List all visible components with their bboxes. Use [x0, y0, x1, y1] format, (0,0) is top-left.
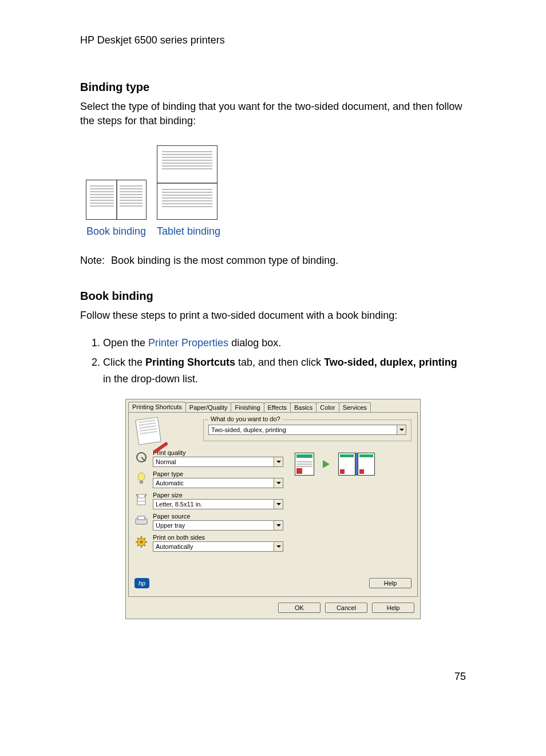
dialog-tabs: Printing Shortcuts Paper/Quality Finishi…: [126, 399, 420, 412]
chevron-down-icon: [274, 521, 283, 530]
tab-services[interactable]: Services: [339, 402, 371, 412]
printer-properties-dialog: Printing Shortcuts Paper/Quality Finishi…: [125, 399, 421, 619]
task-dropdown[interactable]: Two-sided, duplex, printing: [208, 425, 406, 435]
tab-basics[interactable]: Basics: [290, 402, 316, 412]
tab-printing-shortcuts[interactable]: Printing Shortcuts: [128, 402, 186, 412]
svg-point-7: [140, 540, 143, 543]
step2-mid: tab, and then click: [235, 357, 324, 368]
duplex-value: Automatically: [153, 543, 274, 550]
svg-rect-5: [138, 516, 145, 520]
svg-rect-3: [137, 494, 145, 505]
step2-pre: Click the: [103, 357, 145, 368]
page-number: 75: [80, 671, 466, 683]
duplex-dropdown[interactable]: Automatically: [153, 541, 283, 552]
chevron-down-icon: [274, 500, 283, 509]
book-binding-label[interactable]: Book binding: [86, 225, 147, 238]
duplex-label: Print on both sides: [153, 534, 283, 541]
note-text: Book binding is the most common type of …: [111, 255, 338, 266]
ok-button[interactable]: OK: [278, 603, 321, 613]
tab-panel-printing-shortcuts: What do you want to do? Two-sided, duple…: [128, 412, 418, 597]
chevron-down-icon: [274, 542, 283, 551]
tray-icon: [134, 513, 148, 529]
arrow-right-icon: [323, 460, 330, 468]
printer-properties-link[interactable]: Printer Properties: [148, 337, 228, 349]
print-quality-icon: [134, 449, 148, 465]
gear-icon: [134, 534, 148, 550]
help-button[interactable]: Help: [372, 603, 414, 613]
tab-finishing[interactable]: Finishing: [231, 402, 264, 412]
step2-bold-2: Two-sided, duplex, printing: [324, 357, 457, 368]
print-quality-label: Print quality: [153, 449, 283, 456]
step1-pre: Open the: [103, 337, 148, 349]
binding-options-row: Book binding Tablet binding: [86, 145, 466, 238]
preview-book-icon: [338, 453, 375, 476]
paper-size-label: Paper size: [153, 492, 283, 498]
tab-effects[interactable]: Effects: [264, 402, 291, 412]
chevron-down-icon: [274, 457, 283, 466]
section-title-binding-type: Binding type: [80, 81, 466, 94]
what-do-you-want-fieldset: What do you want to do? Two-sided, duple…: [203, 419, 412, 441]
paper-type-value: Automatic: [153, 480, 274, 486]
paper-type-dropdown[interactable]: Automatic: [153, 478, 283, 488]
cancel-button[interactable]: Cancel: [325, 603, 367, 613]
book-binding-intro: Follow these steps to print a two-sided …: [80, 308, 466, 323]
steps-list: Open the Printer Properties dialog box. …: [80, 335, 466, 387]
lightbulb-icon: [134, 470, 148, 486]
print-quality-dropdown[interactable]: Normal: [153, 457, 283, 467]
chevron-down-icon: [397, 425, 406, 434]
paper-size-value: Letter, 8.5x11 in.: [153, 501, 274, 508]
dialog-button-row: OK Cancel Help: [126, 597, 420, 619]
tab-color[interactable]: Color: [316, 402, 339, 412]
preview-front-page-icon: [295, 453, 314, 476]
paper-size-icon: [134, 492, 148, 508]
note-label: Note:: [80, 255, 105, 266]
doc-header: HP Deskjet 6500 series printers: [80, 34, 466, 46]
step1-post: dialog box.: [228, 337, 281, 349]
book-binding-thumbnail: [86, 180, 147, 220]
tablet-binding-label[interactable]: Tablet binding: [157, 225, 220, 238]
paper-source-label: Paper source: [153, 513, 283, 520]
task-dropdown-value: Two-sided, duplex, printing: [209, 426, 397, 433]
tab-paper-quality[interactable]: Paper/Quality: [185, 402, 232, 412]
inner-help-button[interactable]: Help: [369, 578, 412, 588]
preview-area: [295, 449, 412, 555]
step2-post: in the drop-down list.: [103, 373, 198, 385]
section-title-book-binding: Book binding: [80, 290, 466, 303]
tablet-binding-thumbnail: [157, 145, 217, 220]
paper-size-dropdown[interactable]: Letter, 8.5x11 in.: [153, 499, 283, 509]
svg-point-1: [138, 473, 145, 481]
note-row: Note: Book binding is the most common ty…: [80, 255, 466, 267]
step2-bold-1: Printing Shortcuts: [145, 357, 235, 368]
paper-source-value: Upper tray: [153, 522, 274, 529]
paper-source-dropdown[interactable]: Upper tray: [153, 520, 283, 531]
step-1: Open the Printer Properties dialog box.: [103, 335, 466, 351]
hp-logo-icon: hp: [134, 578, 149, 588]
svg-rect-2: [140, 481, 143, 484]
step-2: Click the Printing Shortcuts tab, and th…: [103, 354, 466, 387]
chevron-down-icon: [274, 478, 283, 488]
shortcut-icon: [137, 418, 167, 448]
binding-type-intro: Select the type of binding that you want…: [80, 100, 466, 128]
what-do-you-want-legend: What do you want to do?: [208, 415, 283, 422]
paper-type-label: Paper type: [153, 470, 283, 477]
print-quality-value: Normal: [153, 458, 274, 465]
